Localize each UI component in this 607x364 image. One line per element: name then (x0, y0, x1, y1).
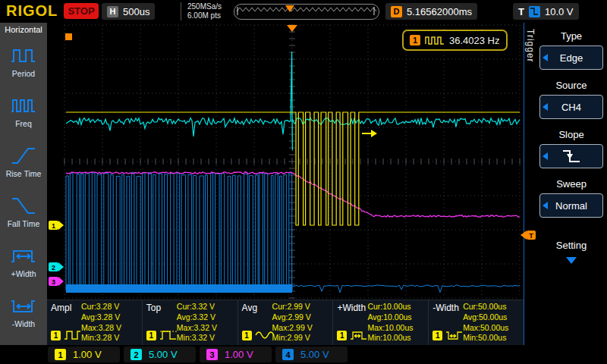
freq-icon (10, 96, 37, 115)
trigger-sweep-value-box[interactable]: Normal (539, 193, 603, 218)
measurement-max: Max:10.00us (367, 323, 413, 334)
measurement-bar: Ampl Cur:3.28 V Avg:3.28 V Max:3.28 V Mi… (47, 300, 524, 345)
sidebar-item-label: Rise Time (6, 169, 42, 178)
channel-1-scale: 1.00 V (73, 349, 102, 360)
sidebar-item-minus-width[interactable]: -Width (0, 287, 47, 337)
measurement-avg: Avg:3.28 V (81, 312, 121, 323)
sidebar-item-fall-time[interactable]: Fall Time (0, 187, 47, 237)
channel-3-box[interactable]: 3 1.00 V (200, 347, 272, 362)
sidebar-item-label: -Width (12, 319, 35, 328)
sidebar-title: Horizontal (0, 23, 47, 36)
channel-chip: 1 (242, 331, 252, 340)
minus-width-icon (10, 296, 37, 315)
measurement-min: Min:10.00us (367, 333, 413, 344)
run-status-indicator[interactable]: STOP (64, 3, 99, 19)
trigger-sweep-value: Normal (555, 200, 587, 212)
top-status-bar: RIGOL STOP H 500us 250MSa/s 6.00M pts D … (0, 0, 607, 23)
freq-counter-value: 36.4023 Hz (449, 35, 500, 46)
trigger-slope-value-box[interactable] (539, 144, 603, 168)
channel-1-box[interactable]: 1 1.00 V (48, 347, 120, 362)
horizontal-position-bar[interactable] (234, 4, 379, 20)
frequency-counter-badge: 1 36.4023 Hz (402, 30, 508, 51)
timebase-value: 500us (123, 6, 149, 17)
measurement-name: Ampl (51, 303, 71, 313)
channel-3-scale: 1.00 V (225, 349, 253, 360)
measurement-icon: 1 (146, 329, 179, 341)
trigger-setting-label: Setting (539, 240, 603, 251)
selector-triangle-icon (543, 54, 548, 61)
trigger-source-label: Source (539, 80, 603, 91)
trigger-slope-softkey[interactable]: Slope (539, 129, 603, 168)
trigger-level-marker-label: T (529, 232, 533, 240)
channel-2-scale: 5.00 V (149, 349, 178, 360)
measurement-panel-avg: Avg Cur:2.99 V Avg:2.99 V Max:2.99 V Min… (238, 300, 334, 345)
trigger-menu-groups: Type Edge Source CH4 Slope (539, 30, 603, 274)
measurement-cur: Cur:3.32 V (177, 302, 217, 312)
measurement-cur: Cur:2.99 V (272, 302, 313, 312)
selector-triangle-icon (543, 152, 548, 160)
posbar-waveform (237, 8, 376, 11)
ch3-ground-marker-tip (58, 277, 64, 286)
measurement-icon: 1 (432, 329, 465, 341)
memory-depth: 6.00M pts (187, 11, 222, 20)
sidebar-item-plus-width[interactable]: +Width (0, 237, 47, 287)
trigger-menu-tab: Trigger (525, 29, 536, 63)
ch4-trace-after-trigger (292, 285, 520, 293)
trigger-reference-marker (65, 33, 72, 40)
delay-label: D (391, 6, 402, 17)
sidebar-item-label: +Width (11, 269, 36, 278)
freq-counter-channel-chip: 1 (410, 35, 420, 46)
trigger-setting-softkey[interactable]: Setting (539, 240, 603, 264)
sidebar-item-period[interactable]: Period (0, 36, 47, 86)
amplitude-icon (64, 329, 83, 341)
measurement-name: +Width (337, 303, 366, 313)
channel-1-chip: 1 (55, 349, 66, 360)
horizontal-timebase-box[interactable]: H 500us (102, 3, 155, 20)
posbar-graphic (234, 5, 377, 17)
measurement-panel-plus-width: +Width Cur:10.00us Avg:10.00us Max:10.00… (333, 300, 429, 345)
sidebar-item-freq[interactable]: Freq (0, 86, 47, 136)
sidebar-item-rise-time[interactable]: Rise Time (0, 136, 47, 187)
measurement-max: Max:2.99 V (272, 323, 313, 334)
plus-width-icon (10, 246, 37, 265)
measurement-avg: Avg:3.32 V (177, 312, 217, 323)
trigger-source-value-box[interactable]: CH4 (539, 95, 603, 119)
pulse-train-icon (425, 36, 445, 45)
waveform-canvas: 123T (47, 23, 524, 300)
trigger-type-softkey[interactable]: Type Edge (539, 30, 603, 70)
delay-value: 5.16562000ms (407, 6, 472, 17)
measurement-min: Min:2.99 V (272, 333, 313, 344)
channel-4-box[interactable]: 4 5.00 V (275, 347, 348, 362)
trigger-position-marker[interactable] (287, 25, 297, 32)
measurement-min: Min:3.32 V (177, 333, 217, 344)
channel-4-scale: 5.00 V (300, 349, 329, 360)
trigger-edge-icon (529, 6, 540, 17)
trigger-level-value: 10.0 V (545, 6, 574, 17)
top-icon (159, 329, 179, 341)
trigger-source-softkey[interactable]: Source CH4 (539, 80, 603, 119)
channel-chip: 1 (337, 331, 347, 340)
channel-2-box[interactable]: 2 5.00 V (124, 347, 196, 362)
ch4-trace (66, 173, 292, 290)
trigger-source-value: CH4 (561, 102, 581, 113)
channel-2-chip: 2 (131, 349, 142, 360)
waveform-display-area: 123T 1 36.4023 Hz (47, 23, 524, 300)
measurement-panel-minus-width: -Width Cur:50.00us Avg:50.00us Max:50.00… (429, 300, 524, 345)
trigger-type-value-box[interactable]: Edge (539, 46, 603, 70)
channel-bar: 1 1.00 V 2 5.00 V 3 1.00 V 4 5.00 V (0, 345, 607, 364)
trigger-slope-label: Slope (539, 129, 603, 140)
trigger-delay-box[interactable]: D 5.16562000ms (385, 3, 477, 20)
measurement-icon: 1 (51, 329, 83, 341)
trigger-sweep-softkey[interactable]: Sweep Normal (539, 178, 603, 218)
trigger-info-box[interactable]: T 10.0 V (513, 3, 579, 20)
channel-3-chip: 3 (206, 349, 218, 360)
ch4-low-band (66, 284, 292, 293)
plus-width-icon (350, 329, 370, 341)
trigger-sweep-label: Sweep (539, 178, 603, 190)
oscilloscope-screen: RIGOL STOP H 500us 250MSa/s 6.00M pts D … (0, 0, 607, 364)
measurement-name: -Width (432, 303, 459, 313)
period-icon (10, 46, 37, 65)
sidebar-item-label: Freq (15, 119, 32, 128)
measurement-panel-ampl: Ampl Cur:3.28 V Avg:3.28 V Max:3.28 V Mi… (47, 300, 143, 345)
measurement-cur: Cur:3.28 V (81, 302, 121, 312)
